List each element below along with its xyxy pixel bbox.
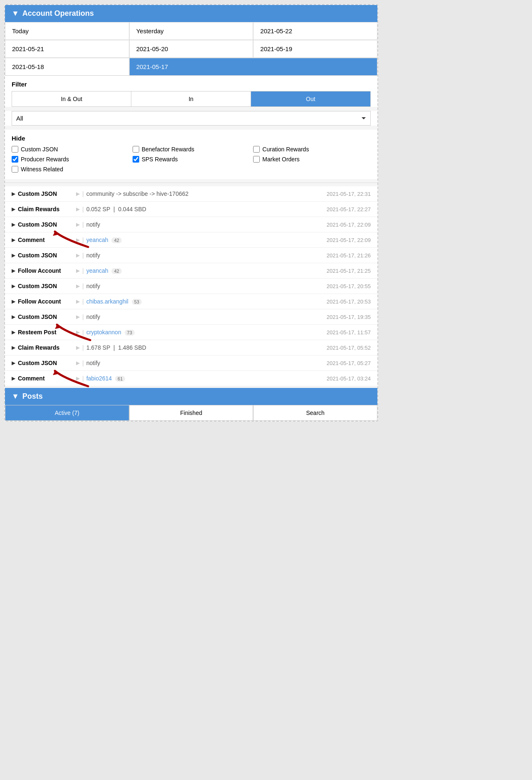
play-icon[interactable]: ▶ [76, 299, 80, 304]
tx-detail: community -> subscribe -> hive-170662 [86, 190, 323, 197]
expand-icon[interactable]: ▶ [12, 191, 15, 197]
tx-badge: 53 [132, 299, 142, 305]
filter-tab-inout[interactable]: In & Out [12, 91, 131, 106]
table-row: ▶ Custom JSON ▶ | notify 2021-05-17, 22:… [5, 217, 377, 232]
posts-tab-search[interactable]: Search [253, 405, 377, 421]
date-4[interactable]: 2021-05-18 [5, 58, 129, 75]
tx-timestamp: 2021-05-17, 21:26 [323, 252, 371, 259]
pipe-separator: | [82, 221, 84, 228]
tx-detail: yeancah 42 [86, 267, 323, 274]
filter-tabs: In & Out In Out [12, 91, 371, 107]
date-1[interactable]: 2021-05-21 [5, 40, 129, 58]
hide-market-orders-cb[interactable] [253, 156, 260, 163]
tx-timestamp: 2021-05-17, 03:24 [323, 375, 371, 382]
tx-detail: fabio2614 61 [86, 375, 323, 382]
table-row: ▶ Follow Account ▶ | chibas.arkanghil 53… [5, 294, 377, 309]
expand-icon[interactable]: ▶ [12, 283, 15, 289]
tx-detail: yeancah 42 [86, 237, 323, 243]
hide-witness-related-cb[interactable] [12, 166, 18, 173]
tx-link[interactable]: chibas.arkanghil [86, 298, 128, 305]
play-icon[interactable]: ▶ [76, 191, 80, 197]
play-icon[interactable]: ▶ [76, 237, 80, 243]
expand-icon[interactable]: ▶ [12, 268, 15, 274]
play-icon[interactable]: ▶ [76, 206, 80, 212]
expand-icon[interactable]: ▶ [12, 237, 15, 243]
hide-sps-rewards[interactable]: SPS Rewards [133, 156, 250, 163]
tx-detail: 0.052 SP | 0.044 SBD [86, 206, 323, 212]
hide-witness-related[interactable]: Witness Related [12, 166, 63, 173]
hide-benefactor-rewards-cb[interactable] [133, 146, 139, 153]
filter-dropdown[interactable]: All Custom JSON Transfers Rewards [12, 111, 371, 126]
expand-icon[interactable]: ▶ [12, 360, 15, 366]
hide-curation-rewards-cb[interactable] [253, 146, 260, 153]
tx-timestamp: 2021-05-17, 21:25 [323, 268, 371, 274]
hide-custom-json[interactable]: Custom JSON [12, 146, 129, 153]
posts-header: ▼ Posts [5, 388, 377, 405]
play-icon[interactable]: ▶ [76, 268, 80, 274]
tx-detail: notify [86, 313, 323, 320]
hide-custom-json-label: Custom JSON [21, 146, 58, 153]
filter-tab-out[interactable]: Out [251, 91, 370, 106]
date-today[interactable]: Today [5, 22, 129, 40]
tx-timestamp: 2021-05-17, 05:27 [323, 360, 371, 366]
expand-icon[interactable]: ▶ [12, 222, 15, 227]
pipe-separator: | [82, 313, 84, 320]
expand-icon[interactable]: ▶ [12, 206, 15, 212]
expand-icon[interactable]: ▶ [12, 345, 15, 351]
tx-timestamp: 2021-05-17, 20:55 [323, 283, 371, 289]
hide-producer-rewards-label: Producer Rewards [21, 156, 69, 163]
play-icon[interactable]: ▶ [76, 252, 80, 258]
date-5[interactable]: 2021-05-17 [129, 58, 377, 75]
hide-benefactor-rewards[interactable]: Benefactor Rewards [133, 146, 250, 153]
hide-producer-rewards[interactable]: Producer Rewards [12, 156, 129, 163]
tx-detail: cryptokannon 73 [86, 329, 323, 336]
expand-icon[interactable]: ▶ [12, 314, 15, 320]
hide-market-orders[interactable]: Market Orders [253, 156, 371, 163]
hide-producer-rewards-cb[interactable] [12, 156, 18, 163]
tx-link[interactable]: yeancah [86, 267, 108, 274]
play-icon[interactable]: ▶ [76, 345, 80, 351]
expand-icon[interactable]: ▶ [12, 252, 15, 258]
table-row: ▶ Custom JSON ▶ | notify 2021-05-17, 21:… [5, 248, 377, 263]
tx-link[interactable]: yeancah [86, 237, 108, 243]
tx-type: Resteem Post [18, 329, 76, 336]
tx-type: Follow Account [18, 298, 76, 305]
expand-icon[interactable]: ▶ [12, 329, 15, 335]
posts-tab-active[interactable]: Active (7) [5, 405, 129, 421]
account-ops-title: Account Operations [22, 9, 94, 18]
pipe-separator: | [82, 206, 84, 212]
pipe-separator: | [82, 283, 84, 289]
tx-timestamp: 2021-05-17, 22:31 [323, 191, 371, 197]
tx-badge: 73 [125, 330, 135, 336]
tx-type: Claim Rewards [18, 344, 76, 351]
tx-link[interactable]: fabio2614 [86, 375, 112, 382]
hide-curation-rewards[interactable]: Curation Rewards [253, 146, 371, 153]
play-icon[interactable]: ▶ [76, 360, 80, 366]
expand-icon[interactable]: ▶ [12, 375, 15, 381]
expand-icon[interactable]: ▶ [12, 299, 15, 304]
play-icon[interactable]: ▶ [76, 329, 80, 335]
tx-type: Custom JSON [18, 221, 76, 228]
tx-link[interactable]: cryptokannon [86, 329, 121, 336]
table-row: ▶ Resteem Post ▶ | cryptokannon 73 2021-… [5, 325, 377, 340]
play-icon[interactable]: ▶ [76, 375, 80, 381]
posts-tab-finished[interactable]: Finished [129, 405, 254, 421]
date-yesterday[interactable]: Yesterday [129, 22, 254, 40]
filter-tab-in[interactable]: In [131, 91, 251, 106]
date-0[interactable]: 2021-05-22 [253, 22, 377, 40]
collapse-icon[interactable]: ▼ [12, 9, 19, 18]
play-icon[interactable]: ▶ [76, 283, 80, 289]
play-icon[interactable]: ▶ [76, 314, 80, 320]
pipe-separator: | [82, 267, 84, 274]
date-2[interactable]: 2021-05-20 [129, 40, 254, 58]
tx-timestamp: 2021-05-17, 22:09 [323, 237, 371, 243]
date-3[interactable]: 2021-05-19 [253, 40, 377, 58]
pipe-separator: | [82, 237, 84, 243]
tx-detail: notify [86, 360, 323, 366]
play-icon[interactable]: ▶ [76, 222, 80, 227]
date-grid: Today Yesterday 2021-05-22 2021-05-21 20… [5, 22, 377, 76]
hide-sps-rewards-cb[interactable] [133, 156, 139, 163]
hide-custom-json-cb[interactable] [12, 146, 18, 153]
tx-timestamp: 2021-05-17, 22:27 [323, 206, 371, 212]
posts-collapse-icon[interactable]: ▼ [12, 392, 19, 401]
